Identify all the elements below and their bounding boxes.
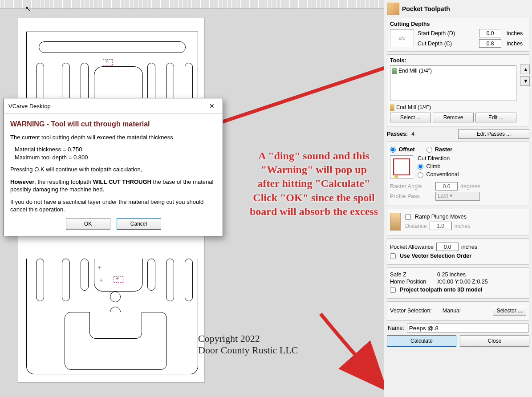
pocket-allowance-label: Pocket Allowance xyxy=(390,244,434,250)
material-thickness-value: 0.750 xyxy=(68,146,82,153)
copyright: Copyright 2022 Door County Rustic LLC xyxy=(198,333,298,356)
tool-list-item-label: End Mill (1/4") xyxy=(398,68,432,74)
pocket-style-section: Offset Raster Cut Direction Climb Conven… xyxy=(387,142,529,206)
raster-angle-unit: degrees xyxy=(460,183,480,190)
tool-move-up-button[interactable]: ▲ xyxy=(520,65,530,74)
project-3d-checkbox[interactable]: Project toolpath onto 3D model xyxy=(390,287,526,293)
max-depth-value: 0.800 xyxy=(73,154,88,161)
dialog-ok-button[interactable]: OK xyxy=(66,218,110,230)
cutting-depths-section: Cutting Depths D/C Start Depth (D) inche… xyxy=(387,18,529,52)
cut-depth-input[interactable] xyxy=(479,39,501,48)
passes-value: 4 xyxy=(411,131,414,137)
passes-row: Passes: 4 Edit Passes ... xyxy=(387,129,529,139)
cursor-arrow-icon: ↖ xyxy=(25,4,31,13)
tool-list-item[interactable]: End Mill (1/4") xyxy=(392,68,514,74)
raster-angle-label: Raster Angle xyxy=(390,183,433,190)
ramp-plunge-checkbox[interactable]: Ramp Plunge Moves xyxy=(405,214,471,220)
use-vso-checkbox[interactable]: Use Vector Selection Order xyxy=(390,253,526,259)
ramp-icon xyxy=(390,213,401,231)
vector-selection-mode: Manual xyxy=(443,308,461,314)
cut-depth-label: Cut Depth (C) xyxy=(418,41,476,47)
copyright-line1: Copyright 2022 xyxy=(198,333,298,344)
offset-preview-icon xyxy=(390,155,413,178)
dialog-cancel-button[interactable]: Cancel xyxy=(117,218,161,230)
dialog-line3: However, the resulting toolpath WILL CUT… xyxy=(10,178,216,194)
start-depth-unit: inches xyxy=(507,30,526,36)
selected-tool: End Mill (1/4") xyxy=(390,104,516,111)
allowance-section: Pocket Allowance inches Use Vector Selec… xyxy=(387,238,529,265)
ramp-distance-label: Distance xyxy=(405,223,427,229)
conventional-radio[interactable]: Conventional xyxy=(418,171,459,178)
close-button[interactable]: Close xyxy=(460,335,529,347)
ramp-section: Ramp Plunge Moves Distance inches xyxy=(387,209,529,235)
cutting-depths-title: Cutting Depths xyxy=(390,21,526,27)
endmill-icon xyxy=(390,104,394,111)
cut-depth-unit: inches xyxy=(507,41,526,47)
pocket-allowance-unit: inches xyxy=(461,244,477,250)
vector-selection-section: Vector Selection: Manual Selector ... xyxy=(387,301,529,321)
ramp-distance-unit: inches xyxy=(455,223,471,229)
selector-button[interactable]: Selector ... xyxy=(493,306,526,316)
dialog-line1: The current tool cutting depth will exce… xyxy=(10,134,216,142)
material-thickness-label: Material thickness = xyxy=(15,146,66,153)
safez-value: 0.25 inches xyxy=(437,271,466,278)
home-label: Home Position xyxy=(390,279,435,285)
annotation-text: A "ding" sound and this "Warning" will p… xyxy=(249,149,378,219)
start-depth-label: Start Depth (D) xyxy=(418,30,476,36)
passes-label: Passes: xyxy=(387,131,408,137)
depth-diagram-icon: D/C xyxy=(390,29,414,47)
pocket-allowance-input[interactable] xyxy=(436,243,459,251)
climb-radio[interactable]: Climb xyxy=(418,163,459,170)
dialog-line2: Pressing O.K will continue with toolpath… xyxy=(10,166,216,174)
tools-section: Tools: End Mill (1/4") ▲ ▼ End Mill (1/4… xyxy=(387,54,529,126)
start-depth-input[interactable] xyxy=(479,29,501,37)
copyright-line2: Door County Rustic LLC xyxy=(198,344,298,356)
cut-direction-label: Cut Direction xyxy=(418,155,459,162)
select-tool-button[interactable]: Select ... xyxy=(390,113,431,122)
selected-tool-label: End Mill (1/4") xyxy=(396,104,431,110)
vector-selection-label: Vector Selection: xyxy=(390,308,432,314)
raster-radio[interactable]: Raster xyxy=(426,146,452,153)
panel-title: Pocket Toolpath xyxy=(402,5,450,12)
ramp-distance-input xyxy=(430,222,452,230)
panel-header: Pocket Toolpath xyxy=(387,2,529,18)
dialog-line4: If you do not have a sacrificial layer u… xyxy=(10,198,216,214)
machine-info-section: Safe Z0.25 inches Home PositionX:0.00 Y:… xyxy=(387,267,529,299)
edit-tool-button[interactable]: Edit ... xyxy=(475,113,516,122)
calculate-button[interactable]: Calculate xyxy=(387,335,456,347)
safez-label: Safe Z xyxy=(390,271,435,278)
tool-list[interactable]: End Mill (1/4") xyxy=(390,65,516,101)
toolpath-panel: Pocket Toolpath Cutting Depths D/C Start… xyxy=(384,0,532,397)
tool-move-down-button[interactable]: ▼ xyxy=(520,76,530,86)
tools-title: Tools: xyxy=(390,57,516,64)
home-value: X:0.00 Y:0.00 Z:0.25 xyxy=(437,279,488,285)
edit-passes-button[interactable]: Edit Passes ... xyxy=(458,129,529,139)
endmill-icon xyxy=(392,68,397,74)
toolpath-name-input[interactable] xyxy=(407,324,528,332)
dialog-close-button[interactable]: ✕ xyxy=(206,101,218,111)
offset-radio[interactable]: Offset xyxy=(390,146,415,153)
dialog-title: VCarve Desktop xyxy=(8,103,51,109)
profile-pass-label: Profile Pass xyxy=(390,193,433,199)
pocket-toolpath-icon xyxy=(387,3,399,15)
dialog-heading: WARNING - Tool will cut through material xyxy=(10,119,216,129)
remove-tool-button[interactable]: Remove xyxy=(433,113,474,122)
raster-angle-input xyxy=(435,182,458,190)
name-label: Name: xyxy=(388,325,404,331)
warning-dialog: VCarve Desktop ✕ WARNING - Tool will cut… xyxy=(4,98,223,236)
close-icon: ✕ xyxy=(209,102,215,109)
max-depth-label: Maximum tool depth = xyxy=(15,154,72,161)
ruler-horizontal xyxy=(0,0,384,9)
profile-pass-select: Last ▾ xyxy=(435,192,480,201)
